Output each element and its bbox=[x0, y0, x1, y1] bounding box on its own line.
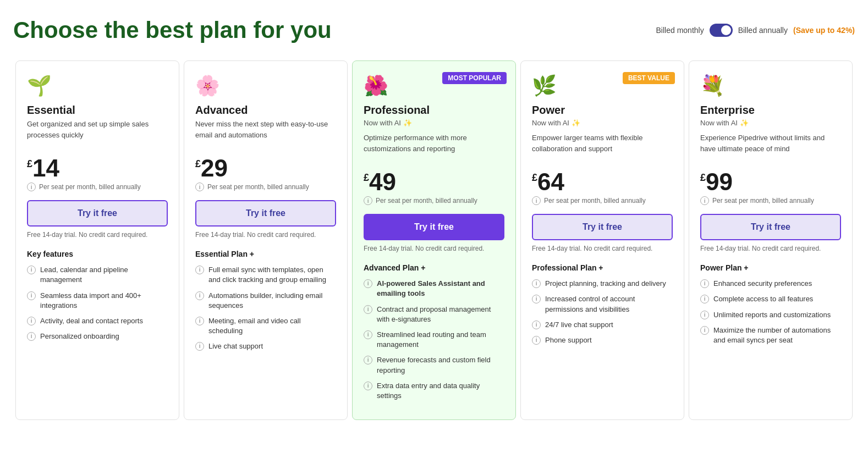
feature-text: Phone support bbox=[545, 335, 592, 345]
feature-text: Unlimited reports and customizations bbox=[713, 310, 831, 320]
feature-item: i Phone support bbox=[532, 335, 673, 345]
price-amount: 99 bbox=[706, 170, 733, 194]
feature-item: i Enhanced security preferences bbox=[700, 279, 841, 289]
feature-text: Maximize the number of automations and e… bbox=[713, 325, 841, 345]
info-icon: i bbox=[364, 330, 372, 339]
feature-item: i 24/7 live chat support bbox=[532, 320, 673, 330]
info-icon: i bbox=[700, 295, 709, 303]
plan-description-essential: Get organized and set up simple sales pr… bbox=[27, 119, 168, 147]
try-btn-power[interactable]: Try it free bbox=[532, 214, 673, 240]
info-icon: i bbox=[700, 326, 709, 335]
plan-price-professional: £ 49 bbox=[364, 170, 504, 194]
info-icon: i bbox=[195, 266, 204, 274]
price-info-text: Per seat per month, billed annually bbox=[207, 183, 309, 191]
feature-item: i Automations builder, including email s… bbox=[195, 291, 336, 311]
plan-card-professional: MOST POPULAR 🌺 Professional Now with AI … bbox=[352, 60, 516, 420]
plan-name-advanced: Advanced bbox=[195, 104, 336, 117]
plan-icon-advanced: 🌸 bbox=[195, 74, 336, 97]
plan-badge-professional: MOST POPULAR bbox=[442, 72, 507, 84]
plans-container: 🌱 Essential Get organized and set up sim… bbox=[13, 60, 855, 420]
trial-note-professional: Free 14-day trial. No credit card requir… bbox=[364, 245, 504, 252]
price-info-essential: i Per seat per month, billed annually bbox=[27, 183, 168, 191]
trial-note-advanced: Free 14-day trial. No credit card requir… bbox=[195, 231, 336, 239]
feature-text: Enhanced security preferences bbox=[713, 279, 812, 289]
feature-item: i Project planning, tracking and deliver… bbox=[532, 279, 673, 289]
trial-note-power: Free 14-day trial. No credit card requir… bbox=[532, 245, 673, 252]
info-icon: i bbox=[27, 317, 36, 325]
price-info-text: Per seat per month, billed annually bbox=[712, 197, 814, 205]
trial-note-essential: Free 14-day trial. No credit card requir… bbox=[27, 231, 168, 239]
feature-item: i Activity, deal and contact reports bbox=[27, 316, 168, 326]
plan-name-power: Power bbox=[532, 104, 673, 117]
feature-text: Seamless data import and 400+ integratio… bbox=[40, 291, 168, 311]
feature-text: Extra data entry and data quality settin… bbox=[377, 381, 504, 401]
feature-item: i Increased control of account permissio… bbox=[532, 294, 673, 314]
feature-text: Full email sync with templates, open and… bbox=[208, 265, 336, 285]
feature-item: i Extra data entry and data quality sett… bbox=[364, 381, 504, 401]
price-currency: £ bbox=[700, 172, 706, 184]
info-icon: i bbox=[532, 295, 541, 303]
price-info-text: Per seat per month, billed annually bbox=[544, 197, 646, 205]
plan-icon-enterprise: 💐 bbox=[700, 74, 841, 97]
billing-toggle-switch[interactable] bbox=[710, 24, 733, 37]
feature-item: i Personalized onboarding bbox=[27, 332, 168, 341]
feature-text: AI-powered Sales Assistant and emailing … bbox=[377, 279, 504, 299]
features-label-essential: Key features bbox=[27, 250, 168, 258]
info-circle-price: i bbox=[195, 183, 204, 191]
features-label-advanced: Essential Plan + bbox=[195, 250, 336, 258]
feature-text: Automations builder, including email seq… bbox=[208, 291, 336, 311]
feature-item: i Maximize the number of automations and… bbox=[700, 325, 841, 345]
try-btn-professional[interactable]: Try it free bbox=[364, 214, 504, 240]
feature-item: i Revenue forecasts and custom field rep… bbox=[364, 355, 504, 375]
feature-item: i Seamless data import and 400+ integrat… bbox=[27, 291, 168, 311]
page-title: Choose the best plan for you bbox=[13, 18, 332, 43]
feature-text: Streamlined lead routing and team manage… bbox=[377, 330, 504, 350]
price-amount: 29 bbox=[201, 156, 228, 180]
try-btn-essential[interactable]: Try it free bbox=[27, 200, 168, 227]
plan-description-power: Empower larger teams with flexible colla… bbox=[532, 132, 673, 161]
price-currency: £ bbox=[364, 172, 369, 184]
try-btn-enterprise[interactable]: Try it free bbox=[700, 214, 841, 240]
price-info-advanced: i Per seat per month, billed annually bbox=[195, 183, 336, 191]
feature-item: i Live chat support bbox=[195, 341, 336, 351]
feature-item: i Contract and proposal management with … bbox=[364, 305, 504, 324]
info-icon: i bbox=[27, 266, 36, 274]
info-icon: i bbox=[195, 291, 204, 300]
plan-description-professional: Optimize performance with more customiza… bbox=[364, 132, 504, 161]
feature-item: i Unlimited reports and customizations bbox=[700, 310, 841, 320]
price-amount: 49 bbox=[369, 170, 396, 194]
try-btn-advanced[interactable]: Try it free bbox=[195, 200, 336, 227]
price-info-professional: i Per seat per month, billed annually bbox=[364, 196, 504, 205]
now-with-power: Now with AI ✨ bbox=[532, 119, 673, 127]
plan-name-professional: Professional bbox=[364, 104, 504, 117]
feature-text: Lead, calendar and pipeline management bbox=[40, 265, 168, 285]
billing-toggle[interactable]: Billed monthly Billed annually (Save up … bbox=[656, 24, 855, 37]
plan-description-enterprise: Experience Pipedrive without limits and … bbox=[700, 132, 841, 161]
info-icon: i bbox=[27, 291, 36, 300]
feature-text: Contract and proposal management with e-… bbox=[377, 305, 504, 324]
trial-note-enterprise: Free 14-day trial. No credit card requir… bbox=[700, 245, 841, 252]
plan-name-enterprise: Enterprise bbox=[700, 104, 841, 117]
now-with-enterprise: Now with AI ✨ bbox=[700, 119, 841, 127]
page-header: Choose the best plan for you Billed mont… bbox=[13, 18, 855, 43]
plan-description-advanced: Never miss the next step with easy-to-us… bbox=[195, 119, 336, 147]
info-icon: i bbox=[532, 336, 541, 345]
feature-text: Activity, deal and contact reports bbox=[40, 316, 143, 326]
feature-item: i Complete access to all features bbox=[700, 294, 841, 304]
feature-text: Live chat support bbox=[208, 341, 263, 351]
plan-icon-essential: 🌱 bbox=[27, 74, 168, 97]
feature-text: Complete access to all features bbox=[713, 294, 813, 304]
features-label-professional: Advanced Plan + bbox=[364, 263, 504, 272]
plan-card-advanced: 🌸 Advanced Never miss the next step with… bbox=[184, 60, 348, 420]
price-currency: £ bbox=[195, 158, 201, 170]
info-circle-price: i bbox=[532, 196, 541, 205]
feature-item: i Streamlined lead routing and team mana… bbox=[364, 330, 504, 350]
plan-price-advanced: £ 29 bbox=[195, 156, 336, 180]
info-circle-price: i bbox=[364, 196, 372, 205]
save-badge: (Save up to 42%) bbox=[793, 26, 855, 35]
price-amount: 64 bbox=[537, 170, 564, 194]
info-icon: i bbox=[195, 317, 204, 325]
feature-text: Project planning, tracking and delivery bbox=[545, 279, 666, 289]
plan-card-power: BEST VALUE 🌿 Power Now with AI ✨ Empower… bbox=[520, 60, 684, 420]
info-icon: i bbox=[27, 332, 36, 341]
